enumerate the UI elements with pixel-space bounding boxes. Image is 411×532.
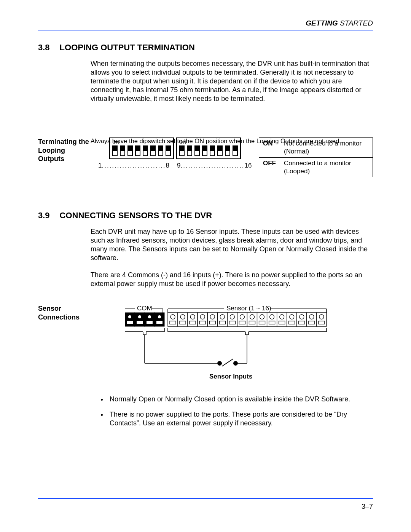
table-row: OFF Connected to a monitor (Looped)	[259, 157, 373, 177]
sensor-inputs-label: Sensor Inputs	[209, 373, 252, 380]
switch-icon	[166, 145, 171, 156]
page-number: 3–7	[38, 503, 373, 511]
switch-icon	[143, 145, 148, 156]
onoff-off-desc: Connected to a monitor (Looped)	[280, 157, 373, 177]
switch-icon	[187, 145, 192, 156]
range1-end: 8	[166, 162, 169, 169]
sensor-side-label: Sensor Connections	[38, 304, 89, 321]
onoff-on-label: ON	[259, 138, 280, 158]
svg-rect-17	[137, 321, 143, 324]
svg-point-86	[217, 361, 222, 366]
svg-rect-11	[155, 313, 164, 326]
header-getting: GETTING	[306, 19, 338, 27]
switch-group-1	[112, 145, 171, 156]
switch-icon	[127, 145, 133, 156]
dipswitch-row: ON ON	[109, 137, 241, 159]
switch-icon	[135, 145, 140, 156]
section-3-9-body1: Each DVR unit may have up to 16 Sensor i…	[91, 227, 373, 262]
onoff-on-desc: Not connected to a monitor (Normal)	[280, 138, 373, 158]
section-3-8-body: When terminating the outputs becomes nec…	[91, 59, 373, 103]
running-header: GETTING STARTED	[38, 19, 373, 27]
dipswitch-diagram: ON ON	[98, 137, 252, 169]
svg-point-12	[128, 315, 131, 318]
svg-point-87	[233, 361, 238, 366]
list-item: Normally Open or Normally Closed option …	[107, 395, 373, 404]
svg-point-14	[148, 315, 151, 318]
terminal-block: Sensor Connections .lbl { font: 17px Ari…	[38, 304, 373, 388]
com-label: COM	[137, 305, 152, 312]
svg-point-15	[158, 315, 161, 318]
range2-start: 9	[177, 162, 180, 169]
dipswitch-side-label: Terminating the Looping Outputs	[38, 137, 89, 163]
bullet-list: Normally Open or Normally Closed option …	[98, 395, 373, 428]
dipswitch-on-label-2: ON	[179, 140, 238, 144]
svg-rect-9	[135, 313, 145, 326]
header-rule	[38, 30, 373, 30]
range2-end: 16	[245, 162, 252, 169]
switch-icon	[233, 145, 238, 156]
switch-icon	[120, 145, 125, 156]
section-3-9-heading: 3.9 CONNECTING SENSORS TO THE DVR	[38, 211, 373, 220]
section-3-8-number: 3.8	[38, 43, 50, 53]
onoff-table: ON Not connected to a monitor (Normal) O…	[259, 137, 373, 177]
dipswitch-bank-1: ON	[109, 137, 174, 159]
section-3-8-title: LOOPING OUTPUT TERMINATION	[60, 43, 195, 53]
switch-icon	[112, 145, 118, 156]
switch-icon	[194, 145, 200, 156]
dipswitch-block: Terminating the Looping Outputs ON	[38, 137, 373, 191]
page-footer: 3–7	[38, 498, 373, 511]
table-row: ON Not connected to a monitor (Normal)	[259, 138, 373, 158]
dipswitch-numbers: 1 ......................... 8 9 ........…	[98, 162, 252, 169]
dots-icon: .........................	[102, 162, 166, 169]
section-3-9: 3.9 CONNECTING SENSORS TO THE DVR Each D…	[38, 211, 373, 428]
section-3-9-body2: There are 4 Commons (-) and 16 inputs (+…	[91, 271, 373, 288]
svg-rect-8	[125, 313, 135, 326]
list-item: There is no power supplied to the ports.…	[107, 410, 373, 428]
switch-icon	[179, 145, 185, 156]
switch-group-2	[179, 145, 238, 156]
sensor-range-label: Sensor (1 ~ 16)	[226, 305, 271, 312]
dots-icon: .........................	[181, 162, 245, 169]
svg-rect-10	[145, 313, 155, 326]
switch-icon	[225, 145, 230, 156]
svg-rect-18	[147, 321, 153, 324]
section-3-8-heading: 3.8 LOOPING OUTPUT TERMINATION	[38, 43, 373, 53]
switch-icon	[202, 145, 207, 156]
page-content: GETTING STARTED 3.8 LOOPING OUTPUT TERMI…	[38, 19, 373, 434]
section-3-9-number: 3.9	[38, 211, 50, 220]
svg-rect-19	[156, 321, 162, 324]
section-3-9-title: CONNECTING SENSORS TO THE DVR	[60, 211, 212, 220]
onoff-off-label: OFF	[259, 157, 280, 177]
header-started: STARTED	[338, 19, 373, 27]
switch-icon	[217, 145, 223, 156]
switch-icon	[158, 145, 163, 156]
dipswitch-on-label-1: ON	[112, 140, 171, 144]
svg-line-88	[222, 359, 233, 366]
dipswitch-bank-2: ON	[176, 137, 241, 159]
switch-icon	[150, 145, 156, 156]
terminal-diagram-icon: .lbl { font: 17px Arial, sans-serif; } .…	[125, 304, 330, 382]
footer-rule	[38, 498, 373, 499]
switch-icon	[210, 145, 215, 156]
range1-start: 1	[98, 162, 102, 169]
svg-point-13	[138, 315, 141, 318]
svg-rect-16	[127, 321, 133, 324]
